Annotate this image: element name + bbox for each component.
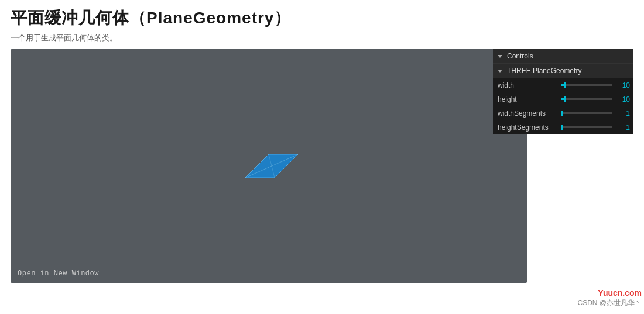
width-segments-label: widthSegments (493, 109, 559, 118)
height-slider-track[interactable] (561, 98, 612, 100)
width-value: 10 (615, 81, 633, 89)
open-new-window-label[interactable]: Open in New Window (18, 269, 99, 277)
page-container: 平面缓冲几何体（PlaneGeometry） 一个用于生成平面几何体的类。 Op… (0, 0, 644, 314)
controls-header[interactable]: Controls (493, 49, 633, 64)
width-slider-area[interactable] (559, 78, 615, 92)
controls-panel: Controls THREE.PlaneGeometry width 10 (493, 49, 633, 134)
height-slider-thumb[interactable] (564, 96, 566, 102)
watermark-yuucn: Yuucn.com (598, 288, 642, 298)
three-canvas (11, 49, 527, 283)
content-row: Open in New Window Controls THREE.PlaneG… (11, 49, 633, 283)
controls-row-height-segments: heightSegments 1 (493, 120, 633, 134)
width-segments-value: 1 (615, 109, 633, 118)
width-slider-thumb[interactable] (564, 82, 566, 88)
page-subtitle: 一个用于生成平面几何体的类。 (11, 33, 633, 43)
height-segments-label: heightSegments (493, 123, 559, 132)
controls-row-height: height 10 (493, 92, 633, 106)
height-slider-area[interactable] (559, 92, 615, 106)
width-segments-slider-area[interactable] (559, 106, 615, 120)
width-segments-slider-track[interactable] (561, 112, 612, 114)
watermark-csdn: CSDN @亦世凡华丶 (577, 298, 642, 308)
controls-section-label: THREE.PlaneGeometry (507, 67, 581, 75)
width-segments-slider-thumb[interactable] (561, 111, 563, 116)
height-label: height (493, 95, 559, 103)
controls-chevron-icon (498, 55, 502, 58)
plane-shape (234, 146, 304, 187)
height-segments-slider-thumb[interactable] (561, 125, 563, 130)
height-value: 10 (615, 95, 633, 103)
canvas-area: Open in New Window (11, 49, 527, 283)
width-label: width (493, 81, 559, 89)
controls-row-width: width 10 (493, 78, 633, 92)
height-segments-slider-track[interactable] (561, 126, 612, 128)
page-title: 平面缓冲几何体（PlaneGeometry） (11, 7, 633, 29)
height-segments-slider-area[interactable] (559, 120, 615, 134)
controls-section-header[interactable]: THREE.PlaneGeometry (493, 64, 633, 78)
controls-row-width-segments: widthSegments 1 (493, 106, 633, 120)
section-chevron-icon (498, 70, 502, 73)
controls-header-label: Controls (507, 52, 533, 60)
width-slider-track[interactable] (561, 84, 612, 86)
height-segments-value: 1 (615, 123, 633, 132)
